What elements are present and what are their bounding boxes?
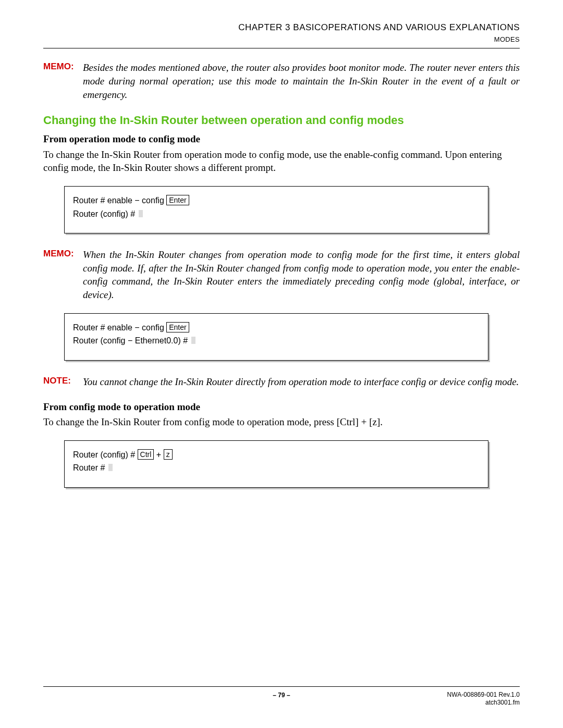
page-number: – 79 –: [202, 691, 361, 699]
code-line: Router (config) #: [73, 207, 480, 221]
memo-label: MEMO:: [43, 61, 83, 73]
memo-body: Besides the modes mentioned above, the r…: [83, 61, 520, 101]
key-z: z: [164, 449, 173, 460]
code-box-3: Router (config) # Ctrl + z Router #: [64, 440, 488, 488]
code-line: Router (config − Ethernet0.0) #: [73, 334, 480, 348]
memo-label: MEMO:: [43, 248, 83, 260]
footer-right: NWA-008869-001 Rev.1.0 atch3001.fm: [361, 691, 520, 707]
key-enter: Enter: [166, 195, 189, 205]
section-heading: Changing the In-Skin Router between oper…: [43, 113, 520, 128]
page-footer: – 79 – NWA-008869-001 Rev.1.0 atch3001.f…: [43, 686, 520, 707]
cursor-icon: [191, 337, 195, 344]
memo-block-1: MEMO: Besides the modes mentioned above,…: [43, 61, 520, 101]
chapter-title: CHAPTER 3 BASICOPERATIONS AND VARIOUS EX…: [43, 22, 520, 34]
code-line: Router # enable − config Enter: [73, 194, 480, 207]
memo-body: When the In-Skin Router changes from ope…: [83, 248, 520, 302]
subsection-heading: From config mode to operation mode: [43, 400, 520, 414]
code-line: Router # enable − config Enter: [73, 321, 480, 335]
note-label: NOTE:: [43, 375, 83, 387]
note-body: You cannot change the In-Skin Router dir…: [83, 375, 520, 389]
chapter-sub: MODES: [43, 35, 520, 44]
key-enter: Enter: [166, 322, 189, 332]
page-header: CHAPTER 3 BASICOPERATIONS AND VARIOUS EX…: [43, 22, 520, 44]
code-line: Router (config) # Ctrl + z: [73, 448, 480, 462]
cursor-icon: [108, 464, 113, 471]
code-line: Router #: [73, 461, 480, 475]
subsection-heading: From operation mode to config mode: [43, 132, 520, 146]
note-block: NOTE: You cannot change the In-Skin Rout…: [43, 375, 520, 389]
key-ctrl: Ctrl: [138, 449, 154, 460]
footer-rule: [43, 686, 520, 687]
body-paragraph: To change the In-Skin Router from config…: [43, 415, 520, 429]
cursor-icon: [139, 210, 143, 217]
code-box-1: Router # enable − config Enter Router (c…: [64, 186, 488, 233]
header-rule: [43, 48, 520, 48]
code-box-2: Router # enable − config Enter Router (c…: [64, 313, 488, 361]
memo-block-2: MEMO: When the In-Skin Router changes fr…: [43, 248, 520, 302]
document-page: CHAPTER 3 BASICOPERATIONS AND VARIOUS EX…: [0, 0, 563, 728]
body-paragraph: To change the In-Skin Router from operat…: [43, 148, 520, 175]
